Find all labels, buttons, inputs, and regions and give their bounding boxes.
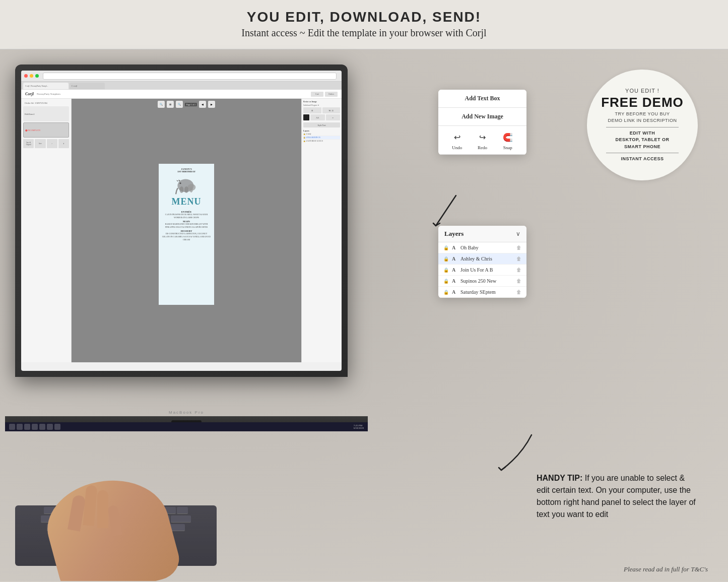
resize-section: Resize as Image bbox=[303, 100, 340, 103]
demo-try-before: TRY BEFORE YOU BUY bbox=[615, 111, 670, 118]
redo-label: Redo bbox=[478, 145, 487, 150]
add-new-image-btn[interactable]: Add New Image bbox=[438, 108, 526, 126]
taskbar-icon-2[interactable] bbox=[17, 424, 23, 430]
layer-row-saturday[interactable]: 🔒 A Saturday SEptem 🗑 bbox=[438, 287, 526, 298]
demo-circle: YOU EDIT ! FREE DEMO TRY BEFORE YOU BUY … bbox=[587, 70, 698, 180]
svg-point-5 bbox=[179, 182, 181, 184]
layer-row-join[interactable]: 🔒 A Join Us For A B 🗑 bbox=[438, 265, 526, 276]
taskbar-time: 7:25 PM6/18/2019 bbox=[354, 424, 364, 429]
menu-card: JANON'S1ST BIRTHDAY bbox=[159, 164, 214, 305]
editor-area: Order Id: 1509725194 Hold Item 4 ⬤ INCOM… bbox=[21, 99, 342, 362]
laptop-container: Corjl | NoorayParty Templ... C corjl Cor… bbox=[15, 64, 358, 427]
zoom-reset-tool[interactable]: ⊞ bbox=[167, 101, 174, 108]
floating-panel: Add Text Box Add New Image ↩ Undo ↪ Redo… bbox=[438, 90, 526, 155]
browser-tab-1[interactable]: Corjl | NoorayParty Templ... bbox=[23, 83, 69, 89]
layer-row-ashley[interactable]: 🔒 A Ashley & Chris 🗑 bbox=[438, 253, 526, 265]
layer-type-icon-3: A bbox=[452, 267, 458, 273]
demo-smart-phone: SMART PHONE bbox=[624, 144, 660, 151]
layer-lock-icon-3: 🔒 bbox=[443, 268, 449, 273]
snap-item[interactable]: 🧲 Snap bbox=[500, 130, 515, 150]
corjl-logo: Corjl bbox=[25, 92, 34, 96]
minimize-dot bbox=[30, 74, 33, 78]
right-panel: Resize as Image Sahrband Bogner ▾ H W: 1… bbox=[301, 99, 342, 362]
h-field[interactable]: H bbox=[303, 107, 321, 113]
laptop-body: Corjl | NoorayParty Templ... C corjl Cor… bbox=[15, 64, 348, 377]
layer-delete-icon-4[interactable]: 🗑 bbox=[516, 278, 521, 284]
panel-icons-row: ↩ Undo ↪ Redo 🧲 Snap bbox=[438, 126, 526, 155]
left-panel-item-1[interactable]: Hold Item 4 bbox=[23, 106, 69, 121]
layers-arrow bbox=[491, 430, 542, 480]
taskbar-icon-1[interactable] bbox=[9, 424, 15, 430]
demo-divider-1 bbox=[606, 127, 679, 127]
layer-name-2: Ashley & Chris bbox=[460, 256, 514, 262]
layer-row-oh-baby[interactable]: 🔒 A Oh Baby 🗑 bbox=[438, 242, 526, 253]
layer-delete-icon-5[interactable]: 🗑 bbox=[516, 289, 521, 295]
demo-instant-access: INSTANT ACCESS bbox=[621, 156, 664, 163]
taskbar-icon-6[interactable] bbox=[47, 424, 53, 430]
entree-content: CAJUN PRAWNS DUCK MELL SWEET & SOUR WOMB… bbox=[162, 213, 211, 219]
handy-tip-label: HANDY TIP: bbox=[537, 474, 582, 482]
layer-type-icon-5: A bbox=[452, 289, 458, 295]
layers-panel: Layers ∨ 🔒 A Oh Baby 🗑 🔒 A Ashley & Chri… bbox=[438, 226, 526, 298]
demo-title: FREE DEMO bbox=[601, 96, 684, 109]
layers-mini: Layers 🔒 A Andy 🔒 A PLEASEJOIN US 🔒 A SA… bbox=[303, 130, 340, 143]
add-text-box-btn[interactable]: Add Text Box bbox=[438, 90, 526, 108]
color-swatch[interactable] bbox=[303, 114, 309, 120]
layer-name-5: Saturday SEptem bbox=[460, 289, 514, 295]
layer-name-4: Supinos 250 New bbox=[460, 278, 514, 284]
layer-lock-icon-1: 🔒 bbox=[443, 245, 449, 250]
taskbar-icon-5[interactable] bbox=[39, 424, 45, 430]
panel-arrow bbox=[426, 190, 466, 231]
layer-lock-icon-4: 🔒 bbox=[443, 279, 449, 284]
left-panel: Order Id: 1509725194 Hold Item 4 ⬤ INCOM… bbox=[21, 99, 72, 362]
hand-area bbox=[40, 455, 181, 581]
font-size[interactable]: AA bbox=[310, 114, 325, 120]
zoom-out-tool[interactable]: 🔍 bbox=[158, 101, 165, 108]
align-icons[interactable]: ≡ bbox=[326, 114, 341, 120]
browser-bar bbox=[21, 71, 342, 82]
elephant-icon bbox=[174, 174, 199, 195]
layer-lock-icon-5: 🔒 bbox=[443, 290, 449, 295]
order-id: Order Id: 1509725194 bbox=[23, 101, 69, 105]
main-content: BAKED MARINATED CHICKEN BREAST WITH PINE… bbox=[162, 223, 211, 228]
taskbar-icon-3[interactable] bbox=[24, 424, 30, 430]
redo-item[interactable]: ↪ Redo bbox=[475, 130, 490, 150]
close-dot bbox=[24, 74, 28, 78]
address-bar[interactable] bbox=[43, 73, 337, 80]
laptop-screen: Corjl | NoorayParty Templ... C corjl Cor… bbox=[21, 71, 342, 371]
layer-delete-icon-1[interactable]: 🗑 bbox=[516, 245, 521, 250]
layer-lock-icon-2: 🔒 bbox=[443, 256, 449, 262]
snap-label: Snap bbox=[503, 145, 512, 150]
left-panel-item-incomplete[interactable]: ⬤ INCOMPLETE bbox=[23, 122, 69, 138]
birthday-header: JANON'S1ST BIRTHDAY bbox=[177, 168, 195, 173]
layer-type-icon-4: A bbox=[452, 278, 458, 284]
style-text-btn[interactable]: Style Text bbox=[303, 122, 340, 127]
maximize-dot bbox=[35, 74, 39, 78]
demo-devices: DESKTOP, TABLET OR bbox=[615, 137, 669, 144]
top-banner: YOU EDIT, DOWNLOAD, SEND! Instant access… bbox=[0, 0, 728, 49]
svg-point-2 bbox=[179, 186, 183, 193]
laptop-brand: MacBook Pro bbox=[169, 410, 204, 415]
browser-tabs: Corjl | NoorayParty Templ... C corjl bbox=[21, 82, 342, 90]
browser-tab-2[interactable]: C corjl bbox=[70, 83, 105, 89]
layers-chevron-icon[interactable]: ∨ bbox=[516, 230, 520, 238]
zoom-in-tool[interactable]: 🔍 bbox=[176, 101, 183, 108]
next-page-tool[interactable]: ▶ bbox=[208, 101, 215, 108]
canvas-area: 🔍 ⊞ 🔍 Page 1 of 1 ◀ ▶ JANON'S1ST BIRTHDA… bbox=[72, 99, 301, 362]
layer-delete-icon-3[interactable]: 🗑 bbox=[516, 267, 521, 273]
layer-type-icon-2: A bbox=[452, 256, 458, 262]
layer-row-supinos[interactable]: 🔒 A Supinos 250 New 🗑 bbox=[438, 276, 526, 287]
snap-icon: 🧲 bbox=[500, 130, 515, 144]
taskbar-icon-7[interactable] bbox=[54, 424, 60, 430]
main-area: Corjl | NoorayParty Templ... C corjl Cor… bbox=[0, 49, 728, 581]
taskbar-icon-4[interactable] bbox=[32, 424, 38, 430]
undo-icon: ↩ bbox=[449, 130, 465, 144]
undo-item[interactable]: ↩ Undo bbox=[449, 130, 465, 150]
w-field[interactable]: W: 11 bbox=[322, 107, 341, 113]
layer-type-icon-1: A bbox=[452, 245, 458, 250]
layer-delete-icon-2[interactable]: 🗑 bbox=[516, 256, 521, 262]
demo-edit-with: EDIT WITH bbox=[630, 130, 655, 137]
corjl-company: NoorayParty Templates bbox=[37, 93, 60, 95]
handy-tip-text: HANDY TIP: If you are unable to select &… bbox=[537, 472, 698, 521]
prev-page-tool[interactable]: ◀ bbox=[199, 101, 206, 108]
